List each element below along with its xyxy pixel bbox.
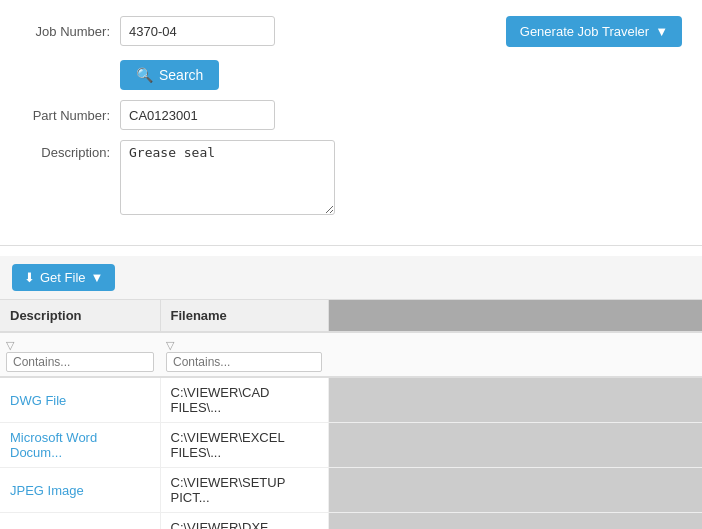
table-row[interactable]: Microsoft Word Docum...C:\VIEWER\EXCEL F… xyxy=(0,423,702,468)
table-cell-description: DWG File xyxy=(0,377,160,423)
table-cell-extra xyxy=(328,423,702,468)
job-number-input[interactable] xyxy=(120,16,275,46)
file-table-container: Description Filename ▽ ▽ xyxy=(0,300,702,529)
download-icon: ⬇ xyxy=(24,270,35,285)
part-number-row: Part Number: xyxy=(20,100,682,130)
part-number-label: Part Number: xyxy=(20,108,120,123)
table-cell-extra xyxy=(328,377,702,423)
table-header-row: Description Filename xyxy=(0,300,702,332)
table-row[interactable]: DXF FileC:\VIEWER\DXF FILES\N... xyxy=(0,513,702,530)
file-table: Description Filename ▽ ▽ xyxy=(0,300,702,529)
column-header-description: Description xyxy=(0,300,160,332)
top-section: Generate Job Traveler ▼ Job Number: 🔍 Se… xyxy=(0,0,702,235)
description-textarea[interactable]: Grease seal xyxy=(120,140,335,215)
table-cell-filename: C:\VIEWER\EXCEL FILES\... xyxy=(160,423,328,468)
search-icon: 🔍 xyxy=(136,67,153,83)
filter-icon-description: ▽ xyxy=(6,339,14,351)
generate-label: Generate Job Traveler xyxy=(520,24,649,39)
filter-cell-filename: ▽ xyxy=(160,332,328,377)
column-header-extra xyxy=(328,300,702,332)
table-body: DWG FileC:\VIEWER\CAD FILES\...Microsoft… xyxy=(0,377,702,529)
bottom-section: ⬇ Get File ▼ Description Filename ▽ xyxy=(0,246,702,529)
column-header-filename: Filename xyxy=(160,300,328,332)
get-file-label: Get File xyxy=(40,270,86,285)
search-label: Search xyxy=(159,67,203,83)
table-cell-filename: C:\VIEWER\CAD FILES\... xyxy=(160,377,328,423)
table-cell-filename: C:\VIEWER\DXF FILES\N... xyxy=(160,513,328,530)
filter-icon-filename: ▽ xyxy=(166,339,174,351)
filter-cell-extra xyxy=(328,332,702,377)
table-cell-filename: C:\VIEWER\SETUP PICT... xyxy=(160,468,328,513)
search-row: 🔍 Search xyxy=(20,56,682,90)
table-cell-description: DXF File xyxy=(0,513,160,530)
table-row[interactable]: DWG FileC:\VIEWER\CAD FILES\... xyxy=(0,377,702,423)
description-row: Description: Grease seal xyxy=(20,140,682,215)
table-cell-extra xyxy=(328,468,702,513)
table-cell-description: Microsoft Word Docum... xyxy=(0,423,160,468)
filter-input-description[interactable] xyxy=(6,352,154,372)
search-button[interactable]: 🔍 Search xyxy=(120,60,219,90)
table-cell-description: JPEG Image xyxy=(0,468,160,513)
job-number-label: Job Number: xyxy=(20,24,120,39)
table-cell-extra xyxy=(328,513,702,530)
chevron-down-icon: ▼ xyxy=(655,24,668,39)
filter-input-filename[interactable] xyxy=(166,352,322,372)
get-file-button[interactable]: ⬇ Get File ▼ xyxy=(12,264,115,291)
file-toolbar: ⬇ Get File ▼ xyxy=(0,256,702,300)
filter-cell-description: ▽ xyxy=(0,332,160,377)
description-label: Description: xyxy=(20,140,120,160)
generate-job-traveler-button[interactable]: Generate Job Traveler ▼ xyxy=(506,16,682,47)
part-number-input[interactable] xyxy=(120,100,275,130)
table-row[interactable]: JPEG ImageC:\VIEWER\SETUP PICT... xyxy=(0,468,702,513)
get-file-chevron-icon: ▼ xyxy=(91,270,104,285)
filter-row: ▽ ▽ xyxy=(0,332,702,377)
